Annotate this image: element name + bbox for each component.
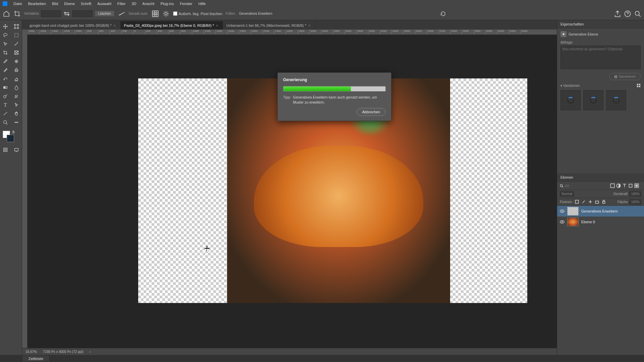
reset-crop-icon[interactable]: [440, 11, 446, 17]
opacity-value[interactable]: 100%: [629, 191, 641, 196]
fill-opacity-value[interactable]: 100%: [629, 199, 641, 204]
more-tools-icon[interactable]: [11, 118, 22, 127]
layer-row-1[interactable]: Ebene 0: [557, 217, 644, 227]
variation-thumb-3[interactable]: [606, 90, 626, 110]
menu-auswahl[interactable]: Auswahl: [95, 1, 114, 6]
filter-adjust-icon[interactable]: [616, 183, 621, 188]
lasso-tool-icon[interactable]: [0, 31, 11, 40]
shape-tool-icon[interactable]: [0, 109, 11, 118]
menu-ebene[interactable]: Ebene: [61, 1, 77, 6]
hand-tool-icon[interactable]: [11, 109, 22, 118]
gradient-tool-icon[interactable]: [0, 83, 11, 92]
menu-3d[interactable]: 3D: [129, 1, 139, 6]
cancel-button[interactable]: Abbrechen: [357, 108, 386, 116]
blur-tool-icon[interactable]: [11, 83, 22, 92]
doc-tab-0[interactable]: google bard und chatgpt.psdc bei 100% (R…: [26, 21, 121, 29]
dodge-tool-icon[interactable]: [0, 92, 11, 101]
pen-tool-icon[interactable]: [11, 92, 22, 101]
swap-colors-icon[interactable]: [11, 130, 15, 134]
move-tool-icon[interactable]: [0, 22, 11, 31]
doc-tab-1[interactable]: Pasta_03_4000px.jpeg bei 16,7% (Ebene 0,…: [121, 21, 223, 29]
eraser-tool-icon[interactable]: [11, 74, 22, 83]
lock-pixels-icon[interactable]: [581, 199, 586, 204]
close-icon[interactable]: ×: [308, 23, 312, 27]
close-icon[interactable]: ×: [216, 23, 219, 27]
menu-bearbeiten[interactable]: Bearbeiten: [25, 1, 49, 6]
background-color[interactable]: [7, 135, 14, 142]
straighten-icon[interactable]: [118, 10, 125, 17]
canvas-viewport[interactable]: Generierung Tipp: Generatives Erweitern …: [28, 35, 557, 348]
prompt-textarea[interactable]: [560, 46, 641, 69]
delete-cropped-checkbox[interactable]: Außerh. lieg. Pixel löschen: [173, 11, 222, 16]
lock-position-icon[interactable]: [588, 199, 593, 204]
layer-name-0[interactable]: Generatives Erweitern: [581, 209, 618, 213]
filter-shape-icon[interactable]: [628, 183, 633, 188]
timeline-panel-tab[interactable]: Zeitleiste: [22, 355, 50, 362]
lock-transp-icon[interactable]: [575, 199, 579, 204]
layer-search-input[interactable]: [565, 184, 585, 188]
visibility-toggle-icon[interactable]: [560, 209, 565, 214]
menu-datei[interactable]: Datei: [11, 1, 25, 6]
search-icon[interactable]: [560, 184, 564, 188]
help-icon[interactable]: [624, 10, 631, 17]
close-icon[interactable]: ×: [114, 23, 117, 27]
artboard-tool-icon[interactable]: [11, 22, 22, 31]
lock-all-icon[interactable]: [601, 199, 606, 204]
straighten-label[interactable]: Gerade ausr.: [129, 12, 148, 15]
history-brush-icon[interactable]: [0, 74, 11, 83]
brush-tool-icon[interactable]: [0, 66, 11, 74]
frame-tool-icon[interactable]: [11, 48, 22, 57]
screenmode-icon[interactable]: [11, 145, 22, 154]
menu-hilfe[interactable]: Hilfe: [196, 1, 208, 6]
vertical-ruler[interactable]: [22, 29, 28, 348]
variation-thumb-2[interactable]: [583, 90, 603, 110]
lock-nested-icon[interactable]: [595, 199, 599, 204]
magic-wand-tool-icon[interactable]: [11, 40, 22, 48]
blend-mode-select[interactable]: Normal: [560, 191, 574, 196]
doc-tab-2[interactable]: Unbenannt-1 bei 66,7% (Märchenwald, RGB/…: [223, 21, 315, 29]
overlay-grid-icon[interactable]: [152, 10, 159, 17]
layer-thumb-1[interactable]: [567, 218, 579, 226]
crop-height-input[interactable]: [72, 10, 93, 17]
quickselect-tool-icon[interactable]: [0, 40, 11, 48]
eyedropper-tool-icon[interactable]: [0, 57, 11, 66]
zoom-tool-icon[interactable]: [0, 118, 11, 127]
marquee-tool-icon[interactable]: [11, 31, 22, 40]
layer-name-1[interactable]: Ebene 0: [581, 220, 595, 224]
variation-thumb-1[interactable]: [560, 90, 581, 110]
filter-smart-icon[interactable]: [634, 183, 639, 188]
path-select-tool-icon[interactable]: [11, 101, 22, 109]
horizontal-ruler[interactable]: 1800160014001200100080060040020002004006…: [28, 29, 557, 35]
filter-pixel-icon[interactable]: [610, 183, 615, 188]
visibility-toggle-icon[interactable]: [560, 220, 565, 224]
search-icon[interactable]: [634, 10, 641, 17]
crop-width-input[interactable]: [41, 10, 61, 17]
menu-schrift[interactable]: Schrift: [78, 1, 94, 6]
layers-panel-title[interactable]: Ebenen: [557, 173, 644, 182]
crop-tool-icon[interactable]: [13, 10, 21, 17]
clear-crop-button[interactable]: Löschen: [95, 10, 115, 17]
menu-bild[interactable]: Bild: [49, 1, 61, 6]
status-chevron-icon[interactable]: ›: [90, 350, 91, 354]
healing-tool-icon[interactable]: [11, 57, 22, 66]
fill-value[interactable]: Generatives Erweitern: [239, 12, 272, 15]
properties-panel-title[interactable]: Eigenschaften: [557, 20, 644, 28]
crop-settings-icon[interactable]: [162, 10, 170, 17]
menu-ansicht[interactable]: Ansicht: [140, 1, 157, 6]
generate-button[interactable]: Generieren: [609, 73, 641, 80]
filter-type-icon[interactable]: [622, 183, 627, 188]
home-icon[interactable]: [3, 10, 10, 17]
type-tool-icon[interactable]: [0, 101, 11, 109]
color-swatches[interactable]: [0, 131, 22, 144]
menu-filter[interactable]: Filter: [115, 1, 128, 6]
layer-thumb-0[interactable]: [567, 207, 579, 216]
variations-grid-icon[interactable]: [637, 83, 641, 87]
quickmask-icon[interactable]: [0, 145, 11, 154]
menu-fenster[interactable]: Fenster: [177, 1, 195, 6]
stamp-tool-icon[interactable]: [11, 66, 22, 74]
crop-tool-icon-2[interactable]: [0, 48, 11, 57]
zoom-level[interactable]: 16.67%: [25, 350, 37, 354]
layer-row-0[interactable]: Generatives Erweitern: [557, 206, 644, 217]
menu-plugins[interactable]: Plug-ins: [158, 1, 176, 6]
swap-dims-icon[interactable]: [63, 10, 70, 17]
